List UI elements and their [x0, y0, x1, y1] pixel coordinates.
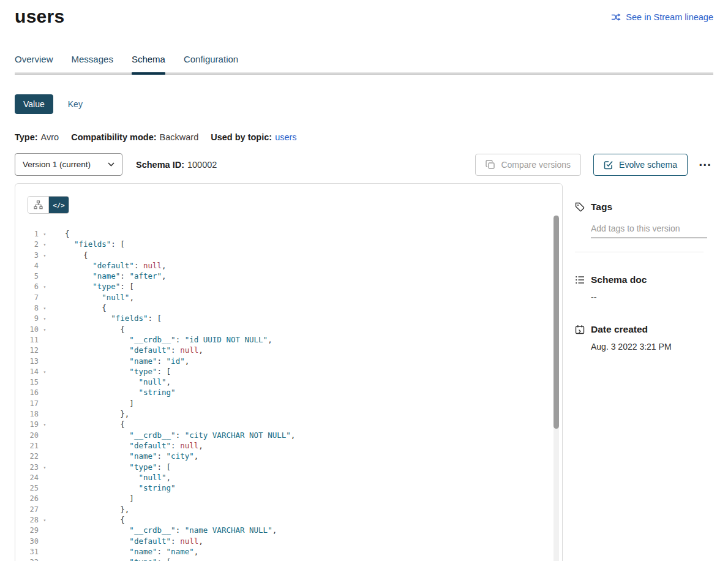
tag-icon — [575, 202, 585, 212]
view-mode-group: </> — [28, 196, 69, 214]
code-line: 31 "name": "name", — [15, 546, 562, 557]
code-text: "name": "id", — [65, 356, 189, 366]
fold-toggle-icon[interactable]: ▾ — [40, 229, 49, 239]
tree-view-button[interactable] — [28, 197, 48, 213]
evolve-schema-label: Evolve schema — [619, 160, 677, 170]
code-text: { — [65, 250, 88, 260]
code-line: 4 "default": null, — [15, 260, 562, 271]
code-text: ] — [65, 494, 134, 503]
line-number: 24 — [15, 473, 39, 483]
schema-meta: Type:Avro Compatibility mode:Backward Us… — [15, 132, 713, 142]
line-number: 5 — [15, 271, 39, 282]
stream-lineage-label: See in Stream lineage — [626, 12, 713, 22]
calendar-icon — [575, 325, 585, 334]
compare-versions-button[interactable]: Compare versions — [475, 154, 581, 176]
schema-sidebar: Tags Schema doc -- — [563, 183, 713, 352]
meta-type: Type:Avro — [15, 132, 59, 142]
schema-doc-heading: Schema doc — [575, 274, 713, 285]
tags-section: Tags — [575, 201, 713, 252]
code-line: 3▾ { — [15, 250, 562, 260]
fold-toggle-icon[interactable]: ▾ — [40, 303, 49, 314]
meta-compatibility-value: Backward — [160, 132, 199, 142]
evolve-schema-button[interactable]: Evolve schema — [593, 154, 688, 176]
code-line: 12 "default": null, — [15, 345, 562, 355]
vertical-scrollbar[interactable] — [554, 215, 559, 561]
code-text: }, — [65, 505, 129, 514]
code-text: "default": null, — [65, 441, 203, 450]
line-number: 17 — [15, 399, 39, 409]
value-toggle-button[interactable]: Value — [15, 94, 53, 114]
meta-compatibility: Compatibility mode:Backward — [71, 132, 198, 142]
code-line: 14▾ "type": [ — [15, 366, 562, 377]
schema-id-value: 100002 — [187, 160, 217, 170]
scrollbar-thumb[interactable] — [554, 216, 559, 429]
fold-toggle-icon[interactable]: ▾ — [40, 282, 49, 292]
code-line: 16 "string" — [15, 387, 562, 397]
line-number: 22 — [15, 451, 39, 462]
fold-toggle-icon[interactable]: ▾ — [40, 462, 49, 473]
line-number: 12 — [15, 345, 39, 356]
code-text: "name": "city", — [65, 451, 198, 461]
compare-versions-icon — [486, 160, 495, 170]
code-line: 11 "__crdb__": "id UUID NOT NULL", — [15, 334, 562, 345]
code-text: "null", — [65, 377, 171, 386]
version-select-value: Version 1 (current) — [23, 160, 91, 169]
key-toggle-button[interactable]: Key — [62, 94, 89, 114]
date-created-section: Date created Aug. 3 2022 3:21 PM — [575, 324, 713, 352]
date-created-value: Aug. 3 2022 3:21 PM — [591, 342, 713, 352]
code-line: 17 ] — [15, 398, 562, 409]
code-line: 26 ] — [15, 493, 562, 503]
code-text: { — [65, 303, 107, 312]
sidebar-divider — [575, 252, 704, 252]
line-number: 32 — [15, 557, 39, 561]
tags-title: Tags — [591, 201, 612, 213]
more-options-button[interactable]: ⋯ — [697, 156, 713, 173]
fold-toggle-icon[interactable]: ▾ — [40, 250, 49, 261]
code-text: "default": null, — [65, 261, 167, 270]
fold-toggle-icon[interactable]: ▾ — [40, 239, 49, 250]
tab-divider — [15, 72, 713, 75]
code-text: { — [65, 420, 125, 429]
code-lines: 1▾{2▾ "fields": [3▾ {4 "default": null,5… — [15, 228, 562, 561]
tab-overview[interactable]: Overview — [15, 54, 53, 72]
version-select[interactable]: Version 1 (current) — [15, 153, 122, 176]
line-number: 13 — [15, 356, 39, 367]
code-text: "name": "name", — [65, 547, 198, 556]
schema-content: </> 1▾{2▾ "fields": [3▾ {4 "default": nu… — [15, 183, 713, 561]
line-number: 3 — [15, 250, 39, 261]
tab-messages[interactable]: Messages — [72, 54, 113, 72]
fold-toggle-icon[interactable]: ▾ — [40, 367, 49, 377]
code-view-button[interactable]: </> — [48, 197, 69, 213]
code-text: "__crdb__": "name VARCHAR NULL", — [65, 525, 277, 535]
code-line: 8▾ { — [15, 303, 562, 313]
tab-configuration[interactable]: Configuration — [184, 54, 238, 72]
fold-toggle-icon[interactable]: ▾ — [40, 515, 49, 525]
date-created-heading: Date created — [575, 324, 713, 335]
line-number: 31 — [15, 547, 39, 557]
fold-toggle-icon[interactable]: ▾ — [40, 325, 49, 335]
line-number: 28 — [15, 515, 39, 525]
fold-toggle-icon[interactable]: ▾ — [40, 557, 49, 561]
topic-link[interactable]: users — [275, 132, 296, 142]
code-line: 28▾ { — [15, 514, 562, 525]
add-tags-input[interactable] — [591, 221, 707, 238]
code-text: "null", — [65, 473, 171, 482]
fold-toggle-icon[interactable]: ▾ — [40, 420, 49, 430]
stream-lineage-link[interactable]: See in Stream lineage — [611, 12, 713, 22]
evolve-schema-icon — [604, 160, 614, 170]
page: users See in Stream lineage Overview Mes… — [0, 0, 728, 561]
tab-bar: Overview Messages Schema Configuration — [15, 54, 713, 75]
fold-toggle-icon[interactable]: ▾ — [40, 314, 49, 324]
code-line: 23▾ "type": [ — [15, 462, 562, 472]
compare-versions-label: Compare versions — [501, 160, 571, 170]
schema-code-viewer: 1▾{2▾ "fields": [3▾ {4 "default": null,5… — [15, 228, 562, 561]
line-number: 20 — [15, 431, 39, 441]
code-text: "default": null, — [65, 345, 203, 355]
code-line: 10▾ { — [15, 324, 562, 334]
line-number: 30 — [15, 537, 39, 547]
code-line: 27 }, — [15, 504, 562, 514]
line-number: 10 — [15, 325, 39, 335]
tags-heading: Tags — [575, 201, 713, 213]
tab-schema[interactable]: Schema — [132, 54, 165, 72]
code-line: 7 "null", — [15, 292, 562, 303]
